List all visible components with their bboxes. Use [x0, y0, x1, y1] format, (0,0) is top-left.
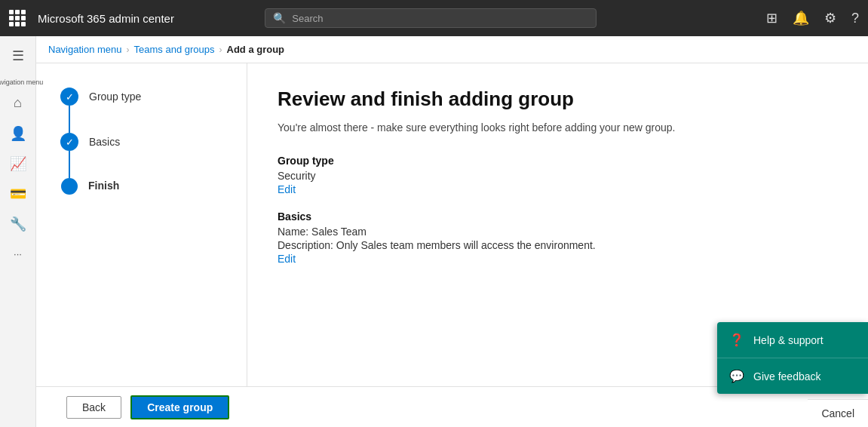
give-feedback-label: Give feedback	[753, 370, 821, 382]
back-button[interactable]: Back	[66, 396, 121, 419]
review-subtitle: You're almost there - make sure everythi…	[278, 121, 838, 134]
top-navbar: Microsoft 365 admin center 🔍 ⊞ 🔔 ⚙ ?	[0, 0, 868, 36]
sidebar-more-btn[interactable]: ···	[5, 241, 32, 268]
step-circle-group-type: ✓	[60, 88, 78, 106]
search-input[interactable]	[292, 13, 588, 24]
breadcrumb: Navigation menu › Teams and groups › Add…	[36, 36, 868, 63]
sidebar-billing-btn[interactable]: 💳	[5, 180, 32, 207]
step-circle-finish	[61, 178, 78, 195]
cancel-button[interactable]: Cancel	[821, 407, 854, 419]
search-bar[interactable]: 🔍	[265, 8, 597, 28]
help-support-label: Help & support	[753, 334, 824, 346]
bell-icon[interactable]: 🔔	[793, 10, 809, 26]
sidebar-reports-btn[interactable]: 📈	[5, 150, 32, 177]
edit-group-type-link[interactable]: Edit	[278, 183, 296, 195]
waffle-icon[interactable]	[9, 10, 26, 26]
app-title: Microsoft 365 admin center	[38, 12, 174, 25]
sidebar-menu-btn[interactable]: ☰	[5, 42, 32, 69]
breadcrumb-sep1: ›	[127, 45, 130, 55]
navbar-icons: ⊞ 🔔 ⚙ ?	[766, 10, 859, 26]
step-label-basics: Basics	[89, 133, 120, 148]
breadcrumb-current: Add a group	[227, 44, 285, 55]
step-finish: Finish	[60, 178, 222, 195]
settings-icon[interactable]: ⚙	[824, 10, 836, 26]
step-basics: ✓ Basics	[60, 133, 222, 178]
breadcrumb-teams[interactable]: Teams and groups	[134, 44, 215, 55]
help-support-icon: ❓	[729, 333, 744, 347]
cancel-area: Cancel	[808, 399, 868, 427]
review-group-type-title: Group type	[278, 155, 838, 167]
step-circle-basics: ✓	[60, 133, 78, 151]
review-section-group-type: Group type Security Edit	[278, 155, 838, 195]
review-basics-title: Basics	[278, 210, 838, 223]
review-title: Review and finish adding group	[278, 88, 838, 111]
step-label-finish: Finish	[88, 178, 119, 192]
portal-icon[interactable]: ⊞	[766, 10, 778, 26]
help-icon[interactable]: ?	[851, 11, 859, 26]
steps-panel: ✓ Group type ✓ Basics Finish	[36, 63, 247, 427]
create-group-button[interactable]: Create group	[130, 395, 229, 419]
step-group-type: ✓ Group type	[60, 88, 222, 133]
sidebar: ☰ Navigation menu ⌂ 👤 📈 💳 🔧 ···	[0, 36, 36, 427]
give-feedback-item[interactable]: 💬 Give feedback	[717, 358, 868, 394]
review-basics-desc: Description: Only Sales team members wil…	[278, 239, 838, 251]
step-label-group-type: Group type	[89, 88, 141, 103]
help-support-item[interactable]: ❓ Help & support	[717, 322, 868, 358]
breadcrumb-nav[interactable]: Navigation menu	[48, 44, 122, 55]
sidebar-tools-btn[interactable]: 🔧	[5, 210, 32, 238]
review-basics-name: Name: Sales Team	[278, 226, 838, 238]
search-icon: 🔍	[273, 12, 286, 24]
edit-basics-link[interactable]: Edit	[278, 253, 296, 265]
review-section-basics: Basics Name: Sales Team Description: Onl…	[278, 210, 838, 265]
sidebar-users-btn[interactable]: 👤	[5, 120, 32, 147]
give-feedback-icon: 💬	[729, 369, 744, 383]
review-group-type-value: Security	[278, 170, 838, 182]
flyout-panel: ❓ Help & support 💬 Give feedback	[717, 322, 868, 394]
sidebar-home-btn[interactable]: ⌂	[5, 90, 32, 117]
breadcrumb-sep2: ›	[219, 45, 222, 55]
